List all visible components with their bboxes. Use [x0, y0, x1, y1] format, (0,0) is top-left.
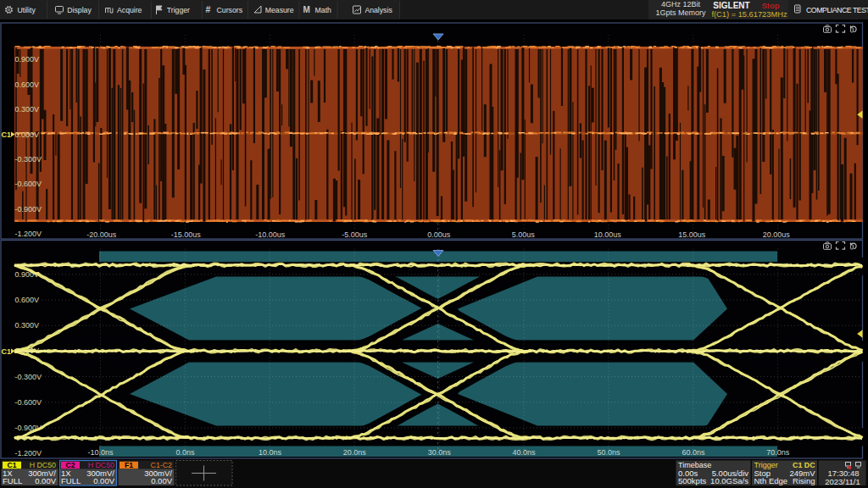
svg-text:10.00us: 10.00us: [594, 230, 622, 239]
svg-text:0.600V: 0.600V: [15, 80, 40, 89]
svg-text:Math: Math: [315, 6, 331, 14]
svg-text:-5.00us: -5.00us: [342, 230, 368, 239]
svg-text:-1.200V: -1.200V: [15, 230, 42, 238]
svg-text:-0.600V: -0.600V: [15, 398, 42, 407]
svg-text:M: M: [303, 5, 310, 14]
svg-text:0.000V: 0.000V: [15, 130, 40, 139]
svg-text:-1.200V: -1.200V: [15, 449, 42, 458]
svg-text:-10.0ns: -10.0ns: [88, 448, 114, 457]
svg-text:0.00V: 0.00V: [151, 476, 172, 485]
svg-text:Nth Edge: Nth Edge: [754, 476, 788, 485]
svg-text:Stop: Stop: [761, 1, 779, 10]
svg-text:-0.900V: -0.900V: [15, 205, 42, 214]
svg-text:-0.300V: -0.300V: [15, 155, 42, 164]
svg-text:FULL: FULL: [61, 476, 81, 485]
svg-text:20.0ns: 20.0ns: [343, 448, 367, 457]
svg-text:5.00us: 5.00us: [512, 230, 536, 239]
svg-text:Cursors: Cursors: [217, 6, 243, 14]
svg-text:0.900V: 0.900V: [15, 55, 40, 64]
svg-text:Measure: Measure: [265, 6, 294, 14]
svg-text:-10.00us: -10.00us: [255, 230, 286, 239]
svg-text:70.0ns: 70.0ns: [766, 448, 790, 457]
svg-text:Display: Display: [67, 6, 92, 14]
svg-text:20.00us: 20.00us: [763, 230, 791, 239]
svg-text:0.0ns: 0.0ns: [175, 448, 195, 457]
svg-text:50.0ns: 50.0ns: [597, 448, 620, 457]
svg-text:-0.300V: -0.300V: [15, 373, 42, 381]
svg-text:Analysis: Analysis: [364, 6, 392, 14]
svg-text:10.0GSa/s: 10.0GSa/s: [710, 476, 748, 485]
svg-text:-20.00us: -20.00us: [86, 230, 117, 239]
svg-text:0.00V: 0.00V: [35, 476, 56, 485]
svg-text:Acquire: Acquire: [117, 6, 142, 14]
svg-text:0.00V: 0.00V: [93, 476, 114, 485]
svg-text:500kpts: 500kpts: [678, 476, 707, 485]
svg-text:2023/11/1: 2023/11/1: [825, 477, 860, 486]
svg-text:60.0ns: 60.0ns: [682, 448, 705, 457]
svg-text:30.0ns: 30.0ns: [428, 448, 452, 457]
svg-text:10.0ns: 10.0ns: [259, 448, 282, 457]
svg-text:f(C1) = 15.61723MHz: f(C1) = 15.61723MHz: [711, 10, 787, 19]
svg-text:0.600V: 0.600V: [15, 296, 40, 304]
svg-text:F1: F1: [125, 461, 133, 469]
svg-text:-0.600V: -0.600V: [15, 180, 42, 188]
svg-text:SIGLENT: SIGLENT: [713, 1, 749, 10]
svg-text:Trigger: Trigger: [167, 6, 190, 14]
svg-text:Rising: Rising: [793, 476, 815, 485]
svg-text:0.300V: 0.300V: [15, 321, 40, 330]
svg-text:C1: C1: [2, 130, 12, 139]
svg-text:-15.00us: -15.00us: [171, 230, 202, 239]
svg-text:15.00us: 15.00us: [678, 230, 706, 239]
svg-text:40.0ns: 40.0ns: [513, 448, 537, 457]
svg-text:4GHz 12Bit: 4GHz 12Bit: [661, 0, 701, 8]
svg-text:1Gpts Memory: 1Gpts Memory: [655, 8, 706, 17]
svg-text:C1: C1: [2, 347, 12, 356]
svg-text:Utility: Utility: [18, 6, 36, 14]
svg-text:#: #: [206, 4, 211, 14]
svg-text:FULL: FULL: [3, 476, 22, 485]
svg-text:COMPLIANCE TEST: COMPLIANCE TEST: [806, 6, 868, 14]
svg-text:0.00us: 0.00us: [427, 230, 451, 239]
svg-text:0.300V: 0.300V: [15, 105, 40, 114]
